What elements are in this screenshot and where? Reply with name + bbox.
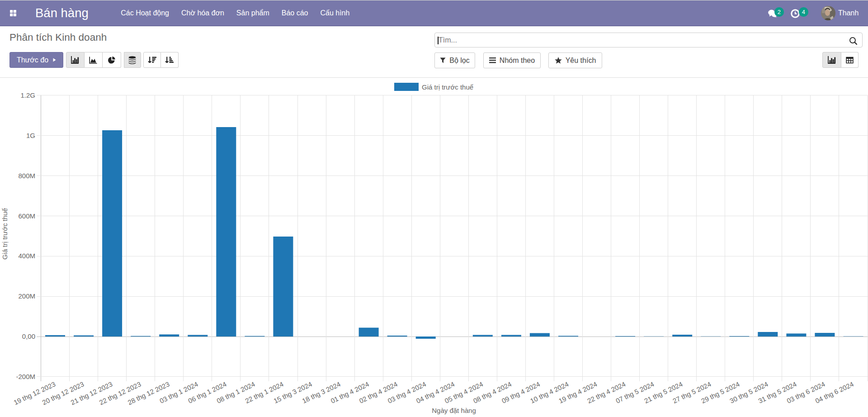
svg-text:800M: 800M <box>18 172 35 180</box>
svg-text:600M: 600M <box>18 212 35 220</box>
svg-text:400M: 400M <box>18 252 35 260</box>
svg-text:1G: 1G <box>26 132 35 139</box>
svg-text:Giá trị trước thuế: Giá trị trước thuế <box>1 208 9 260</box>
svg-text:200M: 200M <box>18 292 35 300</box>
svg-text:Giá trị trước thuế: Giá trị trước thuế <box>422 83 474 91</box>
svg-text:0,00: 0,00 <box>22 332 35 340</box>
svg-text:-200M: -200M <box>16 373 35 380</box>
svg-text:Ngày đặt hàng: Ngày đặt hàng <box>432 407 476 414</box>
svg-text:1.2G: 1.2G <box>20 91 35 99</box>
